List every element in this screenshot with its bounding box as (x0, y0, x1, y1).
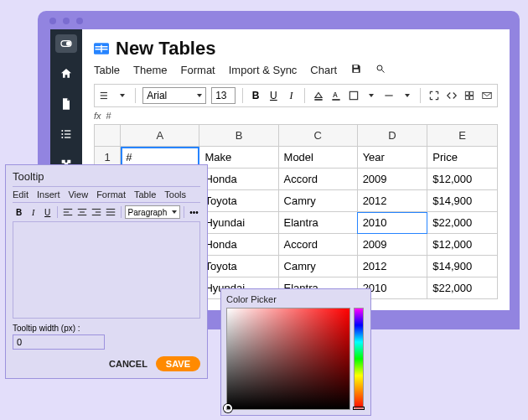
cell[interactable]: Accord (278, 169, 357, 190)
col-header[interactable]: D (357, 125, 427, 147)
sidebar-item-list[interactable] (55, 125, 77, 143)
search-icon[interactable] (375, 64, 386, 76)
cell[interactable]: Make (199, 147, 278, 169)
save-button[interactable]: SAVE (156, 356, 200, 371)
svg-point-2 (61, 130, 63, 132)
hue-slider[interactable] (354, 308, 364, 410)
fill-color-button[interactable] (312, 88, 324, 103)
align-right-button[interactable] (90, 205, 102, 219)
cell[interactable]: Accord (278, 234, 357, 256)
chevron-down-icon[interactable] (369, 94, 374, 97)
svg-rect-26 (465, 91, 468, 95)
toolbar: Arial 13 B U I A (94, 84, 498, 107)
cell[interactable]: $22,000 (427, 212, 498, 234)
paragraph-label: Paragraph (128, 208, 168, 217)
sidebar-item-toggle[interactable] (55, 34, 77, 53)
chevron-down-icon[interactable] (120, 94, 125, 97)
more-button[interactable]: ••• (188, 205, 200, 219)
svg-rect-24 (349, 91, 357, 99)
sidebar-item-file[interactable] (55, 95, 77, 113)
line-style-button[interactable] (383, 88, 396, 103)
separator (121, 206, 122, 218)
italic-button[interactable]: I (285, 88, 298, 103)
tp-menu-view[interactable]: View (68, 189, 88, 200)
align-left-button[interactable] (61, 205, 74, 219)
underline-button[interactable]: U (41, 205, 54, 219)
color-gradient[interactable] (226, 308, 350, 410)
cell[interactable]: 2012 (357, 256, 427, 277)
tooltip-toolbar: B I U Paragraph ••• (13, 203, 200, 222)
cancel-button[interactable]: CANCEL (109, 359, 148, 369)
tooltip-editor[interactable] (13, 222, 200, 319)
cell[interactable]: 2009 (357, 169, 427, 190)
menu-importsync[interactable]: Import & Sync (229, 64, 298, 76)
cell[interactable]: $12,000 (427, 234, 498, 256)
cell[interactable]: Honda (199, 169, 278, 190)
cell[interactable]: Elantra (278, 212, 357, 234)
grid-icon[interactable] (463, 88, 476, 103)
sidebar-item-home[interactable] (55, 65, 77, 83)
tp-menu-edit[interactable]: Edit (13, 189, 28, 200)
tooltip-width-input[interactable] (13, 334, 105, 350)
cell[interactable]: Camry (278, 190, 357, 212)
tp-menu-tools[interactable]: Tools (164, 189, 186, 200)
cell[interactable]: Toyota (199, 256, 278, 277)
expand-icon[interactable] (427, 88, 440, 103)
svg-rect-15 (354, 70, 359, 73)
menu-theme[interactable]: Theme (133, 64, 167, 76)
cell[interactable]: Hyundai (199, 212, 278, 234)
cell[interactable]: $12,000 (427, 169, 498, 190)
border-button[interactable] (347, 88, 360, 103)
cell[interactable]: $14,900 (427, 190, 498, 212)
cell[interactable]: $14,900 (427, 256, 498, 277)
color-cursor-icon[interactable] (224, 404, 232, 412)
svg-rect-19 (100, 95, 106, 96)
tooltip-width-label: Tooltip width (px) : (13, 324, 200, 333)
menu-format[interactable]: Format (181, 64, 215, 76)
paragraph-select[interactable]: Paragraph (125, 205, 180, 219)
underline-button[interactable]: U (267, 88, 280, 103)
cell[interactable]: Model (278, 147, 357, 169)
cell[interactable]: Price (427, 147, 498, 169)
color-picker-title: Color Picker (226, 294, 365, 304)
chevron-down-icon (172, 210, 177, 214)
menu-table[interactable]: Table (94, 64, 120, 76)
italic-button[interactable]: I (27, 205, 39, 219)
col-header[interactable]: E (427, 125, 498, 147)
cell[interactable]: 2009 (357, 234, 427, 256)
chevron-down-icon[interactable] (405, 94, 410, 97)
align-justify-button[interactable] (105, 205, 117, 219)
row-settings-icon[interactable] (98, 88, 111, 103)
cell[interactable]: 2012 (357, 190, 427, 212)
mail-icon[interactable] (481, 88, 494, 103)
separator (420, 88, 421, 103)
font-size-select[interactable]: 13 (211, 87, 236, 104)
col-header[interactable]: B (199, 125, 278, 147)
formula-bar[interactable]: fx # (94, 111, 498, 121)
tp-menu-format[interactable]: Format (96, 189, 126, 200)
hue-cursor-icon[interactable] (353, 407, 365, 410)
separator (184, 206, 184, 218)
menu-chart[interactable]: Chart (310, 64, 337, 76)
svg-rect-13 (101, 45, 102, 53)
col-header[interactable]: C (278, 125, 357, 147)
code-icon[interactable] (445, 88, 458, 103)
separator (242, 88, 243, 103)
cell[interactable]: Honda (199, 234, 278, 256)
cell[interactable]: Toyota (199, 190, 278, 212)
bold-button[interactable]: B (250, 88, 262, 103)
tp-menu-insert[interactable]: Insert (37, 189, 60, 200)
bold-button[interactable]: B (13, 205, 25, 219)
cell[interactable]: $22,000 (427, 277, 498, 299)
save-icon[interactable] (350, 63, 362, 77)
cell[interactable]: Camry (278, 256, 357, 277)
cell[interactable]: Year (357, 147, 427, 169)
table-icon (94, 43, 109, 54)
font-select[interactable]: Arial (142, 87, 206, 104)
corner-cell[interactable] (95, 125, 121, 147)
align-center-button[interactable] (75, 205, 88, 219)
tp-menu-table[interactable]: Table (134, 189, 156, 200)
col-header[interactable]: A (121, 125, 199, 147)
cell[interactable]: 2010 (357, 212, 427, 234)
text-color-button[interactable]: A (329, 88, 342, 103)
